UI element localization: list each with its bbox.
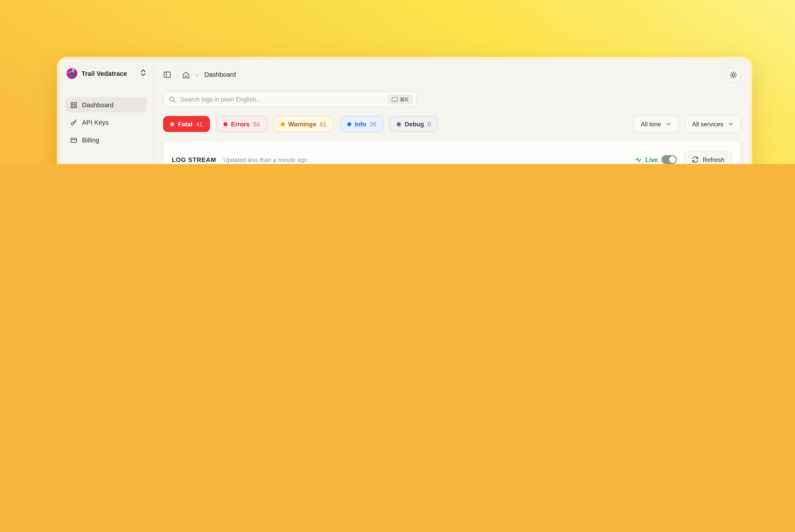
live-toggle[interactable] [662,155,677,164]
sidebar-item-label: API Keys [82,119,109,126]
breadcrumb: Dashboard [204,71,236,78]
errors-dot-icon [223,122,227,126]
breadcrumb-separator: › [196,71,198,78]
filter-fatal[interactable]: Fatal 41 [163,116,210,132]
keyboard-icon [391,97,398,102]
activity-pulse-icon [634,156,642,163]
theme-toggle-button[interactable] [726,67,741,82]
search-shortcut: ⌘K [388,95,412,104]
log-stream-header: LOG STREAM Updated less than a minute ag… [164,141,740,164]
log-stream-updated: Updated less than a minute ago [223,156,307,163]
dashboard-grid-icon [70,101,77,109]
credit-card-icon [70,136,77,144]
refresh-label: Refresh [703,156,724,163]
filter-selects: All time All services [634,115,741,133]
chevron-down-icon [666,121,671,127]
desktop-background: Trail Vedatrace Dashboard [0,0,795,164]
workspace-logo [67,68,77,79]
sidebar-item-label: Dashboard [82,101,113,109]
home-icon[interactable] [182,71,190,79]
info-dot-icon [347,122,351,126]
time-range-select[interactable]: All time [634,115,679,133]
log-stream-card: LOG STREAM Updated less than a minute ag… [163,141,741,164]
filter-info[interactable]: Info 26 [340,116,384,132]
filter-label: Debug [405,120,424,128]
sun-icon [729,71,737,79]
shortcut-label: ⌘K [400,96,409,102]
filter-count: 41 [196,121,203,127]
sidebar: Trail Vedatrace Dashboard [59,59,154,164]
app-window: Trail Vedatrace Dashboard [59,59,750,164]
live-toggle-group: Live [634,155,677,164]
filter-warnings[interactable]: Warnings 61 [273,116,334,132]
warnings-dot-icon [280,122,284,126]
refresh-button[interactable]: Refresh [684,152,732,164]
debug-dot-icon [397,122,401,126]
services-select[interactable]: All services [685,115,741,133]
time-range-value: All time [641,120,661,128]
filter-label: Warnings [288,120,316,128]
filter-label: Errors [231,120,249,128]
topbar-divider [177,71,177,79]
search-icon [169,96,176,103]
filter-count: 50 [253,121,260,127]
log-stream-title: LOG STREAM [172,156,216,163]
filter-label: Info [355,120,366,128]
search-input[interactable] [180,96,384,103]
toggle-knob [669,156,676,163]
sidebar-item-billing[interactable]: Billing [66,133,147,148]
filter-count: 61 [320,121,327,127]
filter-debug[interactable]: Debug 0 [390,116,438,132]
services-value: All services [692,120,723,128]
filter-row: Fatal 41 Errors 50 Warnings 61 [163,115,741,133]
workspace-chevrons-icon [141,69,146,78]
chevron-down-icon [728,121,734,127]
sidebar-item-label: Billing [82,136,99,144]
filter-label: Fatal [178,120,192,128]
main-content: › Dashboard [154,59,750,164]
filter-errors[interactable]: Errors 50 [216,116,267,132]
topbar: › Dashboard [163,67,741,82]
sidebar-nav: Dashboard API Keys Billing [66,97,147,148]
key-icon [70,119,77,126]
sidebar-item-dashboard[interactable]: Dashboard [66,97,147,112]
refresh-icon [692,156,699,163]
search-row: ⌘K [163,91,741,107]
workspace-switcher[interactable]: Trail Vedatrace [66,67,147,80]
sidebar-item-api-keys[interactable]: API Keys [66,115,147,130]
sidebar-toggle-button[interactable] [163,71,171,79]
fatal-dot-icon [170,122,174,126]
filter-count: 0 [428,121,431,127]
live-label: Live [645,156,658,163]
filter-count: 26 [370,121,376,127]
workspace-name: Trail Vedatrace [81,70,136,77]
search-box[interactable]: ⌘K [163,91,417,107]
severity-filters: Fatal 41 Errors 50 Warnings 61 [163,116,438,132]
